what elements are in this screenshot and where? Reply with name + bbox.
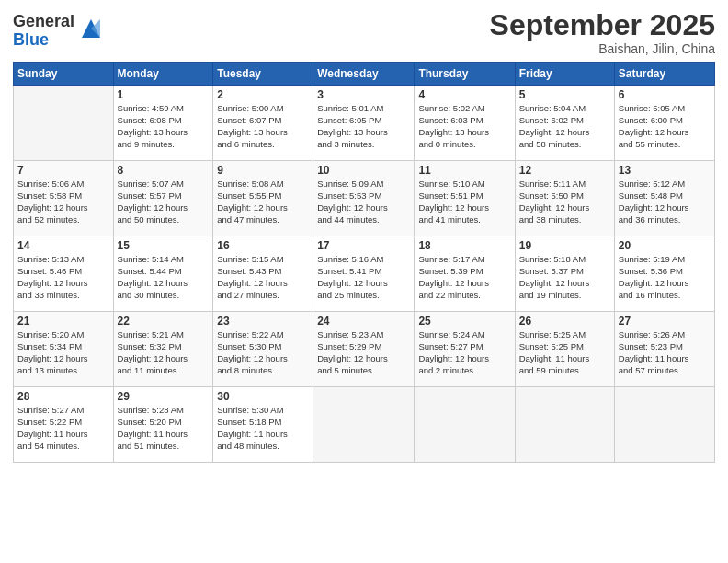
day-info: Sunrise: 5:01 AMSunset: 6:05 PMDaylight:…: [317, 103, 410, 150]
day-number: 2: [217, 88, 309, 101]
day-info: Sunrise: 5:19 AMSunset: 5:36 PMDaylight:…: [619, 254, 711, 301]
day-number: 21: [17, 315, 109, 327]
day-number: 19: [519, 239, 610, 252]
table-row: 22Sunrise: 5:21 AMSunset: 5:32 PMDayligh…: [113, 312, 213, 387]
table-row: 16Sunrise: 5:15 AMSunset: 5:43 PMDayligh…: [213, 236, 313, 312]
logo-icon: [78, 16, 104, 41]
day-number: 12: [519, 164, 610, 177]
calendar-week-row: 28Sunrise: 5:27 AMSunset: 5:22 PMDayligh…: [14, 387, 715, 463]
table-row: [515, 387, 614, 463]
table-row: 18Sunrise: 5:17 AMSunset: 5:39 PMDayligh…: [415, 236, 515, 312]
day-number: 3: [317, 88, 410, 101]
day-number: 26: [519, 315, 610, 327]
table-row: 26Sunrise: 5:25 AMSunset: 5:25 PMDayligh…: [515, 312, 614, 387]
col-tuesday: Tuesday: [213, 63, 313, 86]
table-row: 28Sunrise: 5:27 AMSunset: 5:22 PMDayligh…: [14, 387, 114, 463]
day-info: Sunrise: 5:16 AMSunset: 5:41 PMDaylight:…: [317, 254, 410, 301]
table-row: [415, 387, 515, 463]
day-info: Sunrise: 5:13 AMSunset: 5:46 PMDaylight:…: [17, 254, 109, 301]
calendar-week-row: 7Sunrise: 5:06 AMSunset: 5:58 PMDaylight…: [14, 161, 715, 236]
day-number: 20: [619, 239, 711, 252]
day-number: 27: [619, 315, 711, 327]
day-info: Sunrise: 5:24 AMSunset: 5:27 PMDaylight:…: [418, 329, 510, 376]
day-number: 13: [619, 164, 711, 177]
table-row: 10Sunrise: 5:09 AMSunset: 5:53 PMDayligh…: [313, 161, 415, 236]
day-number: 6: [619, 88, 711, 101]
day-info: Sunrise: 5:04 AMSunset: 6:02 PMDaylight:…: [519, 103, 610, 150]
calendar-header-row: Sunday Monday Tuesday Wednesday Thursday…: [14, 63, 715, 86]
calendar-week-row: 14Sunrise: 5:13 AMSunset: 5:46 PMDayligh…: [14, 236, 715, 312]
day-number: 17: [317, 239, 410, 252]
table-row: 21Sunrise: 5:20 AMSunset: 5:34 PMDayligh…: [14, 312, 114, 387]
table-row: 27Sunrise: 5:26 AMSunset: 5:23 PMDayligh…: [614, 312, 714, 387]
page: General Blue September 2025 Baishan, Jil…: [0, 0, 728, 563]
col-monday: Monday: [113, 63, 213, 86]
calendar-table: Sunday Monday Tuesday Wednesday Thursday…: [13, 62, 715, 463]
day-number: 28: [17, 390, 109, 403]
header: General Blue September 2025 Baishan, Jil…: [13, 9, 715, 56]
table-row: 7Sunrise: 5:06 AMSunset: 5:58 PMDaylight…: [14, 161, 114, 236]
day-info: Sunrise: 5:15 AMSunset: 5:43 PMDaylight:…: [217, 254, 309, 301]
logo: General Blue: [13, 13, 104, 50]
table-row: 12Sunrise: 5:11 AMSunset: 5:50 PMDayligh…: [515, 161, 614, 236]
col-saturday: Saturday: [614, 63, 714, 86]
table-row: 1Sunrise: 4:59 AMSunset: 6:08 PMDaylight…: [113, 86, 213, 161]
day-number: 1: [118, 88, 210, 101]
day-number: 8: [118, 164, 210, 177]
day-number: 22: [118, 315, 210, 327]
table-row: 14Sunrise: 5:13 AMSunset: 5:46 PMDayligh…: [14, 236, 114, 312]
month-title: September 2025: [490, 9, 715, 41]
table-row: 6Sunrise: 5:05 AMSunset: 6:00 PMDaylight…: [614, 86, 714, 161]
day-number: 9: [217, 164, 309, 177]
day-number: 5: [519, 88, 610, 101]
day-number: 15: [118, 239, 210, 252]
day-info: Sunrise: 5:20 AMSunset: 5:34 PMDaylight:…: [17, 329, 109, 376]
day-info: Sunrise: 5:00 AMSunset: 6:07 PMDaylight:…: [217, 103, 309, 150]
table-row: 11Sunrise: 5:10 AMSunset: 5:51 PMDayligh…: [415, 161, 515, 236]
day-info: Sunrise: 5:14 AMSunset: 5:44 PMDaylight:…: [118, 254, 210, 301]
calendar-week-row: 1Sunrise: 4:59 AMSunset: 6:08 PMDaylight…: [14, 86, 715, 161]
day-info: Sunrise: 5:02 AMSunset: 6:03 PMDaylight:…: [418, 103, 510, 150]
day-info: Sunrise: 5:10 AMSunset: 5:51 PMDaylight:…: [418, 178, 510, 225]
day-number: 24: [317, 315, 410, 327]
table-row: [14, 86, 114, 161]
calendar-week-row: 21Sunrise: 5:20 AMSunset: 5:34 PMDayligh…: [14, 312, 715, 387]
day-number: 11: [418, 164, 510, 177]
day-info: Sunrise: 5:11 AMSunset: 5:50 PMDaylight:…: [519, 178, 610, 225]
day-info: Sunrise: 5:08 AMSunset: 5:55 PMDaylight:…: [217, 178, 309, 225]
day-number: 10: [317, 164, 410, 177]
col-wednesday: Wednesday: [313, 63, 415, 86]
col-thursday: Thursday: [415, 63, 515, 86]
day-number: 7: [17, 164, 109, 177]
day-info: Sunrise: 5:23 AMSunset: 5:29 PMDaylight:…: [317, 329, 410, 376]
table-row: 15Sunrise: 5:14 AMSunset: 5:44 PMDayligh…: [113, 236, 213, 312]
logo-general: General: [13, 13, 74, 31]
day-info: Sunrise: 5:06 AMSunset: 5:58 PMDaylight:…: [17, 178, 109, 225]
day-info: Sunrise: 5:30 AMSunset: 5:18 PMDaylight:…: [217, 405, 309, 452]
day-number: 23: [217, 315, 309, 327]
table-row: [614, 387, 714, 463]
table-row: 5Sunrise: 5:04 AMSunset: 6:02 PMDaylight…: [515, 86, 614, 161]
table-row: 8Sunrise: 5:07 AMSunset: 5:57 PMDaylight…: [113, 161, 213, 236]
table-row: 20Sunrise: 5:19 AMSunset: 5:36 PMDayligh…: [614, 236, 714, 312]
table-row: 24Sunrise: 5:23 AMSunset: 5:29 PMDayligh…: [313, 312, 415, 387]
table-row: 23Sunrise: 5:22 AMSunset: 5:30 PMDayligh…: [213, 312, 313, 387]
table-row: [313, 387, 415, 463]
day-info: Sunrise: 5:28 AMSunset: 5:20 PMDaylight:…: [118, 405, 210, 452]
day-info: Sunrise: 5:07 AMSunset: 5:57 PMDaylight:…: [118, 178, 210, 225]
table-row: 9Sunrise: 5:08 AMSunset: 5:55 PMDaylight…: [213, 161, 313, 236]
col-friday: Friday: [515, 63, 614, 86]
day-number: 18: [418, 239, 510, 252]
col-sunday: Sunday: [14, 63, 114, 86]
logo-text: General Blue: [13, 13, 74, 50]
table-row: 25Sunrise: 5:24 AMSunset: 5:27 PMDayligh…: [415, 312, 515, 387]
day-info: Sunrise: 5:17 AMSunset: 5:39 PMDaylight:…: [418, 254, 510, 301]
logo-blue: Blue: [13, 31, 74, 50]
table-row: 19Sunrise: 5:18 AMSunset: 5:37 PMDayligh…: [515, 236, 614, 312]
table-row: 17Sunrise: 5:16 AMSunset: 5:41 PMDayligh…: [313, 236, 415, 312]
location: Baishan, Jilin, China: [490, 41, 715, 56]
day-info: Sunrise: 5:26 AMSunset: 5:23 PMDaylight:…: [619, 329, 711, 376]
day-number: 4: [418, 88, 510, 101]
day-info: Sunrise: 5:25 AMSunset: 5:25 PMDaylight:…: [519, 329, 610, 376]
table-row: 2Sunrise: 5:00 AMSunset: 6:07 PMDaylight…: [213, 86, 313, 161]
